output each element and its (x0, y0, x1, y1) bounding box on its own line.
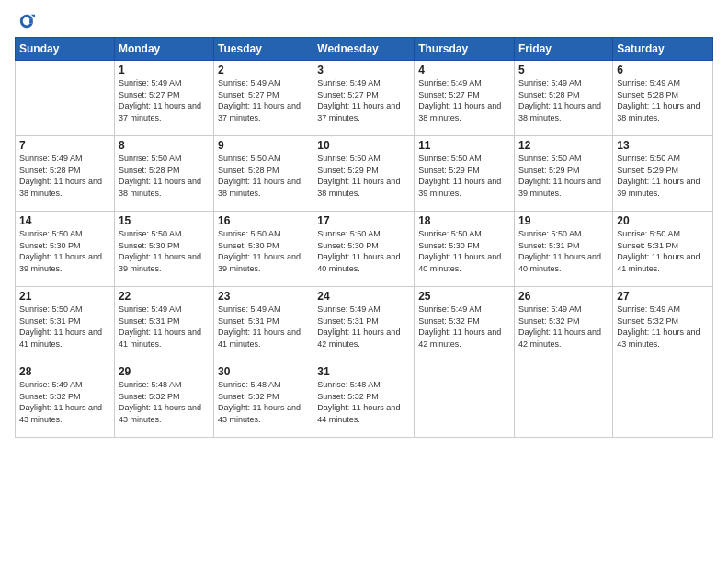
day-info: Sunrise: 5:50 AMSunset: 5:31 PMDaylight:… (518, 228, 609, 274)
day-cell: 1Sunrise: 5:49 AMSunset: 5:27 PMDaylight… (114, 61, 213, 136)
day-info: Sunrise: 5:50 AMSunset: 5:31 PMDaylight:… (19, 304, 110, 350)
day-cell: 15Sunrise: 5:50 AMSunset: 5:30 PMDayligh… (114, 212, 213, 287)
day-cell (515, 362, 613, 438)
day-number: 31 (317, 365, 410, 378)
week-row-4: 28Sunrise: 5:49 AMSunset: 5:32 PMDayligh… (16, 362, 713, 438)
day-cell: 12Sunrise: 5:50 AMSunset: 5:29 PMDayligh… (515, 136, 613, 212)
day-cell: 21Sunrise: 5:50 AMSunset: 5:31 PMDayligh… (16, 287, 115, 362)
day-number: 8 (119, 139, 210, 152)
day-number: 16 (218, 214, 309, 227)
day-info: Sunrise: 5:49 AMSunset: 5:28 PMDaylight:… (518, 77, 609, 123)
day-cell: 20Sunrise: 5:50 AMSunset: 5:31 PMDayligh… (613, 212, 713, 287)
col-friday: Friday (515, 38, 613, 61)
day-info: Sunrise: 5:48 AMSunset: 5:32 PMDaylight:… (317, 379, 410, 425)
day-info: Sunrise: 5:50 AMSunset: 5:30 PMDaylight:… (19, 228, 110, 274)
day-number: 14 (19, 214, 110, 227)
day-number: 27 (617, 290, 709, 303)
col-monday: Monday (114, 38, 213, 61)
calendar-container: Sunday Monday Tuesday Wednesday Thursday… (0, 0, 728, 445)
day-info: Sunrise: 5:50 AMSunset: 5:29 PMDaylight:… (418, 153, 510, 199)
day-cell: 3Sunrise: 5:49 AMSunset: 5:27 PMDaylight… (313, 61, 415, 136)
col-saturday: Saturday (613, 38, 713, 61)
day-info: Sunrise: 5:50 AMSunset: 5:31 PMDaylight:… (617, 228, 709, 274)
day-cell: 10Sunrise: 5:50 AMSunset: 5:29 PMDayligh… (313, 136, 415, 212)
day-info: Sunrise: 5:49 AMSunset: 5:28 PMDaylight:… (617, 77, 709, 123)
day-cell: 23Sunrise: 5:49 AMSunset: 5:31 PMDayligh… (214, 287, 313, 362)
day-cell: 18Sunrise: 5:50 AMSunset: 5:30 PMDayligh… (415, 212, 515, 287)
day-info: Sunrise: 5:49 AMSunset: 5:31 PMDaylight:… (119, 304, 210, 350)
day-info: Sunrise: 5:49 AMSunset: 5:31 PMDaylight:… (317, 304, 410, 350)
day-info: Sunrise: 5:48 AMSunset: 5:32 PMDaylight:… (218, 379, 309, 425)
calendar-table: Sunday Monday Tuesday Wednesday Thursday… (15, 37, 713, 438)
day-info: Sunrise: 5:49 AMSunset: 5:27 PMDaylight:… (418, 77, 510, 123)
day-number: 1 (119, 63, 210, 76)
day-cell: 14Sunrise: 5:50 AMSunset: 5:30 PMDayligh… (16, 212, 115, 287)
day-number: 18 (418, 214, 510, 227)
week-row-3: 21Sunrise: 5:50 AMSunset: 5:31 PMDayligh… (16, 287, 713, 362)
day-number: 3 (317, 63, 410, 76)
day-info: Sunrise: 5:49 AMSunset: 5:32 PMDaylight:… (19, 379, 110, 425)
day-number: 2 (218, 63, 309, 76)
day-info: Sunrise: 5:50 AMSunset: 5:30 PMDaylight:… (119, 228, 210, 274)
day-number: 29 (119, 365, 210, 378)
day-info: Sunrise: 5:50 AMSunset: 5:30 PMDaylight:… (418, 228, 510, 274)
day-cell: 7Sunrise: 5:49 AMSunset: 5:28 PMDaylight… (16, 136, 115, 212)
day-number: 9 (218, 139, 309, 152)
logo-icon (15, 11, 35, 31)
day-number: 30 (218, 365, 309, 378)
day-number: 7 (19, 139, 110, 152)
day-info: Sunrise: 5:50 AMSunset: 5:30 PMDaylight:… (317, 228, 410, 274)
day-cell: 28Sunrise: 5:49 AMSunset: 5:32 PMDayligh… (16, 362, 115, 438)
day-info: Sunrise: 5:49 AMSunset: 5:31 PMDaylight:… (218, 304, 309, 350)
day-number: 11 (418, 139, 510, 152)
day-cell: 8Sunrise: 5:50 AMSunset: 5:28 PMDaylight… (114, 136, 213, 212)
day-number: 28 (19, 365, 110, 378)
day-cell: 19Sunrise: 5:50 AMSunset: 5:31 PMDayligh… (515, 212, 613, 287)
day-cell (415, 362, 515, 438)
day-number: 15 (119, 214, 210, 227)
day-cell: 16Sunrise: 5:50 AMSunset: 5:30 PMDayligh… (214, 212, 313, 287)
day-info: Sunrise: 5:49 AMSunset: 5:32 PMDaylight:… (418, 304, 510, 350)
day-cell: 27Sunrise: 5:49 AMSunset: 5:32 PMDayligh… (613, 287, 713, 362)
day-number: 26 (518, 290, 609, 303)
col-thursday: Thursday (415, 38, 515, 61)
day-cell: 13Sunrise: 5:50 AMSunset: 5:29 PMDayligh… (613, 136, 713, 212)
day-number: 4 (418, 63, 510, 76)
day-info: Sunrise: 5:50 AMSunset: 5:29 PMDaylight:… (317, 153, 410, 199)
day-number: 22 (119, 290, 210, 303)
day-number: 21 (19, 290, 110, 303)
day-info: Sunrise: 5:48 AMSunset: 5:32 PMDaylight:… (119, 379, 210, 425)
week-row-0: 1Sunrise: 5:49 AMSunset: 5:27 PMDaylight… (16, 61, 713, 136)
col-tuesday: Tuesday (214, 38, 313, 61)
day-info: Sunrise: 5:49 AMSunset: 5:27 PMDaylight:… (119, 77, 210, 123)
day-cell: 4Sunrise: 5:49 AMSunset: 5:27 PMDaylight… (415, 61, 515, 136)
day-number: 13 (617, 139, 709, 152)
day-cell: 11Sunrise: 5:50 AMSunset: 5:29 PMDayligh… (415, 136, 515, 212)
day-info: Sunrise: 5:50 AMSunset: 5:30 PMDaylight:… (218, 228, 309, 274)
day-cell: 30Sunrise: 5:48 AMSunset: 5:32 PMDayligh… (214, 362, 313, 438)
day-number: 23 (218, 290, 309, 303)
logo (15, 11, 39, 31)
day-number: 19 (518, 214, 609, 227)
day-cell: 17Sunrise: 5:50 AMSunset: 5:30 PMDayligh… (313, 212, 415, 287)
week-row-2: 14Sunrise: 5:50 AMSunset: 5:30 PMDayligh… (16, 212, 713, 287)
day-info: Sunrise: 5:49 AMSunset: 5:27 PMDaylight:… (218, 77, 309, 123)
day-info: Sunrise: 5:49 AMSunset: 5:28 PMDaylight:… (19, 153, 110, 199)
day-number: 25 (418, 290, 510, 303)
day-cell: 6Sunrise: 5:49 AMSunset: 5:28 PMDaylight… (613, 61, 713, 136)
day-cell: 26Sunrise: 5:49 AMSunset: 5:32 PMDayligh… (515, 287, 613, 362)
day-number: 10 (317, 139, 410, 152)
day-cell (613, 362, 713, 438)
day-cell (16, 61, 115, 136)
day-cell: 25Sunrise: 5:49 AMSunset: 5:32 PMDayligh… (415, 287, 515, 362)
day-number: 24 (317, 290, 410, 303)
header-row (15, 11, 713, 31)
header-row-days: Sunday Monday Tuesday Wednesday Thursday… (16, 38, 713, 61)
day-cell: 31Sunrise: 5:48 AMSunset: 5:32 PMDayligh… (313, 362, 415, 438)
week-row-1: 7Sunrise: 5:49 AMSunset: 5:28 PMDaylight… (16, 136, 713, 212)
day-number: 17 (317, 214, 410, 227)
day-cell: 24Sunrise: 5:49 AMSunset: 5:31 PMDayligh… (313, 287, 415, 362)
day-number: 6 (617, 63, 709, 76)
day-info: Sunrise: 5:49 AMSunset: 5:32 PMDaylight:… (518, 304, 609, 350)
day-number: 12 (518, 139, 609, 152)
